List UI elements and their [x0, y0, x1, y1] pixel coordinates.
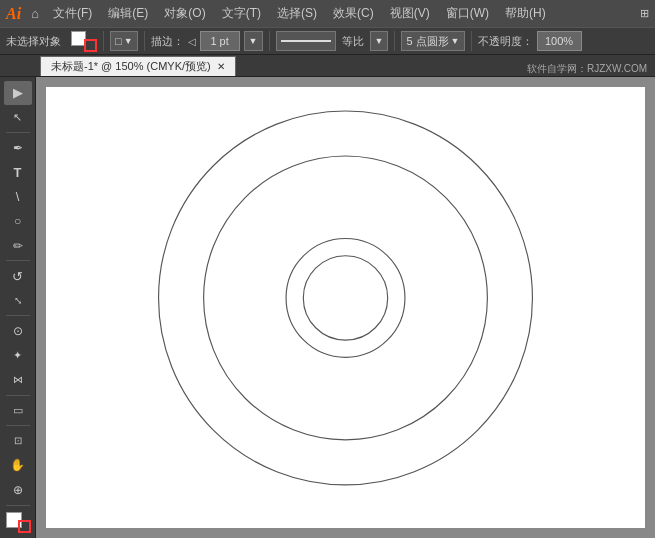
selection-icon: ▶ [13, 85, 23, 100]
title-bar-right: ⊞ [640, 7, 649, 20]
type-tool-button[interactable]: T [4, 160, 32, 184]
canvas-area [36, 77, 655, 538]
stroke-line [281, 40, 331, 42]
selection-tool-button[interactable]: ▶ [4, 81, 32, 105]
hand-tool-button[interactable]: ✋ [4, 454, 32, 478]
tab-label: 未标题-1* @ 150% (CMYK/预览) [51, 59, 211, 74]
options-bar: 未选择对象 □▼ 描边： ◁ ▼ 等比 ▼ 5 点圆形 ▼ 不透明度： [0, 27, 655, 55]
main-area: ▶ ↖ ✒ T \ ○ ✏ ↺ ⤡ ⊙ ✦ [0, 77, 655, 538]
line-tool-button[interactable]: \ [4, 185, 32, 209]
color-swatches[interactable] [71, 30, 97, 52]
direct-selection-tool-button[interactable]: ↖ [4, 106, 32, 130]
app-logo: Ai [6, 5, 21, 23]
tab-bar: 未标题-1* @ 150% (CMYK/预览) ✕ 软件自学网：RJZXW.CO… [0, 55, 655, 77]
separator-5 [471, 31, 472, 51]
stroke-unit-dropdown[interactable]: ▼ [244, 31, 263, 51]
artboard-tool-button[interactable]: ⊡ [4, 429, 32, 453]
eyedropper-tool-button[interactable]: ✦ [4, 344, 32, 368]
no-selection-label: 未选择对象 [6, 34, 61, 49]
zoom-tool-button[interactable]: ⊕ [4, 478, 32, 502]
tool-sep-4 [6, 395, 30, 396]
type-icon: T [14, 165, 22, 180]
rotate-icon: ↺ [12, 269, 23, 284]
shape-tool-button[interactable]: ○ [4, 209, 32, 233]
zoom-icon: ⊕ [13, 483, 23, 497]
canvas[interactable] [46, 87, 645, 528]
title-bar: Ai ⌂ 文件(F) 编辑(E) 对象(O) 文字(T) 选择(S) 效果(C)… [0, 0, 655, 27]
menu-help[interactable]: 帮助(H) [499, 3, 552, 24]
pen-icon: ✒ [13, 141, 23, 155]
rotate-tool-button[interactable]: ↺ [4, 264, 32, 288]
rectangle-icon: ▭ [13, 404, 23, 417]
paintbucket-icon: ⊙ [13, 324, 23, 338]
watermark-text: 软件自学网：RJZXW.COM [527, 62, 647, 76]
tool-sep-1 [6, 132, 30, 133]
menu-view[interactable]: 视图(V) [384, 3, 436, 24]
stroke-label: 描边： [151, 34, 184, 49]
document-tab[interactable]: 未标题-1* @ 150% (CMYK/预览) ✕ [40, 56, 236, 76]
toolbar-stroke-swatch[interactable] [18, 520, 31, 533]
style-dropdown[interactable]: □▼ [110, 31, 138, 51]
separator-3 [269, 31, 270, 51]
stroke-swatch[interactable] [84, 39, 97, 52]
blend-icon: ⋈ [13, 374, 23, 385]
brush-dropdown[interactable]: 5 点圆形 ▼ [401, 31, 464, 51]
tool-sep-3 [6, 315, 30, 316]
toolbar-color-swatches[interactable] [4, 510, 32, 534]
stroke-preview[interactable] [276, 31, 336, 51]
scale-tool-button[interactable]: ⤡ [4, 289, 32, 313]
tool-sep-6 [6, 505, 30, 506]
separator-1 [103, 31, 104, 51]
stroke-type-dropdown[interactable]: ▼ [370, 31, 389, 51]
rectangle-tool-button[interactable]: ▭ [4, 399, 32, 423]
menu-file[interactable]: 文件(F) [47, 3, 98, 24]
tool-sep-5 [6, 425, 30, 426]
stroke-value-input[interactable] [200, 31, 240, 51]
paintbucket-tool-button[interactable]: ⊙ [4, 319, 32, 343]
tab-close-button[interactable]: ✕ [217, 61, 225, 72]
separator-2 [144, 31, 145, 51]
pen-tool-button[interactable]: ✒ [4, 136, 32, 160]
brush-label: 5 点圆形 [406, 34, 448, 49]
line-icon: \ [16, 189, 20, 204]
stroke-icon: ◁ [188, 36, 196, 47]
separator-4 [394, 31, 395, 51]
opacity-label: 不透明度： [478, 34, 533, 49]
direct-select-icon: ↖ [13, 111, 22, 124]
pencil-tool-button[interactable]: ✏ [4, 234, 32, 258]
menu-type[interactable]: 文字(T) [216, 3, 267, 24]
tab-watermark: 软件自学网：RJZXW.COM [519, 62, 655, 76]
artboard-icon: ⊡ [14, 435, 22, 446]
menu-window[interactable]: 窗口(W) [440, 3, 495, 24]
inner-ring-inner [303, 256, 387, 340]
shape-icon: ○ [14, 214, 21, 228]
menu-select[interactable]: 选择(S) [271, 3, 323, 24]
menu-effect[interactable]: 效果(C) [327, 3, 380, 24]
artwork-svg [46, 87, 645, 528]
pencil-icon: ✏ [13, 239, 23, 253]
stroke-type-label: 等比 [342, 34, 364, 49]
toolbar: ▶ ↖ ✒ T \ ○ ✏ ↺ ⤡ ⊙ ✦ [0, 77, 36, 538]
outer-circle [159, 111, 533, 485]
menu-object[interactable]: 对象(O) [158, 3, 211, 24]
tool-sep-2 [6, 260, 30, 261]
home-icon[interactable]: ⌂ [31, 6, 39, 21]
eyedropper-icon: ✦ [13, 349, 22, 362]
hand-icon: ✋ [10, 458, 25, 472]
opacity-input[interactable] [537, 31, 582, 51]
middle-circle [204, 156, 488, 440]
blend-tool-button[interactable]: ⋈ [4, 368, 32, 392]
menu-edit[interactable]: 编辑(E) [102, 3, 154, 24]
scale-icon: ⤡ [14, 295, 22, 306]
